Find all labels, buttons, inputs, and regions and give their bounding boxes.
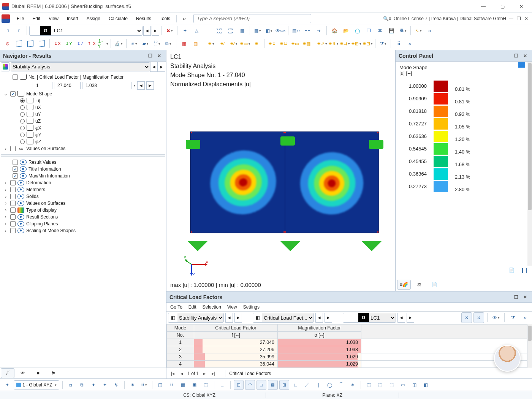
nav-analysis-select[interactable]: Stability Analysis: [11, 62, 150, 71]
tb2-axis-z-icon[interactable]: ↧Z: [75, 38, 86, 49]
menu-assign[interactable]: Assign: [83, 14, 104, 23]
menu-tools[interactable]: Tools: [156, 14, 174, 23]
sb-sn-tan-icon[interactable]: ⌒: [336, 380, 346, 390]
opt-vos[interactable]: ›Values on Surfaces: [1, 200, 165, 207]
table-row[interactable]: 1 27.040 1.038: [167, 339, 527, 346]
clf-table[interactable]: Mode Critical Load Factor Magnification …: [166, 324, 527, 368]
sb-s2-icon[interactable]: ⠿: [167, 380, 177, 390]
sb-sn2-icon[interactable]: ◠: [245, 380, 255, 390]
tb2-tool4-icon[interactable]: ✷⊞▾: [351, 38, 361, 49]
tb-support-icon[interactable]: △: [191, 25, 202, 36]
tp-overflow-icon[interactable]: ››: [520, 312, 530, 323]
tp-filter-icon[interactable]: ⧩: [508, 312, 518, 323]
tb-member-numbers-icon[interactable]: x.xxx.xx: [214, 25, 225, 36]
tb-home-model-icon[interactable]: 🏠: [329, 25, 340, 36]
tb2-load3-icon[interactable]: ✷▭: [290, 38, 300, 49]
tb2-load2-icon[interactable]: ✷⇊: [278, 38, 289, 49]
tp-menu-view[interactable]: View: [227, 304, 237, 310]
tb-script-icon[interactable]: ⌘: [375, 25, 385, 36]
tb2-tool3-icon[interactable]: ✷⇉▾: [339, 38, 350, 49]
viewport[interactable]: LC1 Stability Analysis Mode Shape No. 1 …: [166, 50, 395, 291]
tp-sync1-icon[interactable]: ⤭: [461, 312, 472, 323]
tb-current-object2-icon[interactable]: ⎍: [14, 25, 24, 36]
sb-sel2-icon[interactable]: ⬚: [375, 380, 385, 390]
search-input[interactable]: [193, 14, 311, 23]
inner-restore-button[interactable]: ❐: [516, 16, 521, 21]
sb-sn3-icon[interactable]: □: [256, 380, 266, 390]
tb2-load1-icon[interactable]: ✷↧: [267, 38, 277, 49]
tb-surface-numbers-icon[interactable]: x.xxx.xx: [225, 25, 236, 36]
sb-sn1-icon[interactable]: ⊡: [234, 380, 244, 390]
tp-eye-icon[interactable]: 👁▾: [491, 312, 501, 323]
tree-mode-next-button[interactable]: ►: [146, 81, 154, 90]
tb2-tool2-icon[interactable]: ✷↯▾: [328, 38, 339, 49]
app-menu-icon[interactable]: [2, 14, 10, 23]
ctrl-tab-scale-icon[interactable]: ⚖: [412, 280, 426, 290]
pg-first-button[interactable]: |◂: [169, 371, 176, 376]
sb-sn4-icon[interactable]: ⊠: [268, 380, 278, 390]
loadcase-selector[interactable]: G LC1: [29, 26, 142, 36]
tb2-new1-icon[interactable]: ✷▾: [206, 38, 216, 49]
sb-snap-star-icon[interactable]: ✷: [128, 380, 138, 390]
sb-ucs2-icon[interactable]: ⧉: [77, 380, 87, 390]
nav-tab-video-icon[interactable]: ■: [31, 368, 45, 378]
tb2-section-icon[interactable]: ⧉▾: [163, 38, 174, 49]
tp-sel3-next[interactable]: ►: [407, 313, 414, 323]
opt-solids[interactable]: ›Solids: [1, 193, 165, 200]
sb-cs-icon[interactable]: ✦: [2, 380, 12, 390]
tb2-axis-x-icon[interactable]: ↧X: [52, 38, 63, 49]
sb-sn-corner-icon[interactable]: ∟: [291, 380, 301, 390]
opt-title-info[interactable]: Title Information: [1, 166, 165, 173]
sb-snap-dots-icon[interactable]: ⠿▾: [139, 380, 149, 390]
sb-cs-select[interactable]: 1 - Global XYZ▾: [14, 380, 59, 390]
pg-next-button[interactable]: ▸: [202, 371, 207, 376]
control-panel-undock-button[interactable]: ❐: [512, 52, 520, 60]
table-panel-undock-button[interactable]: ❐: [512, 293, 520, 301]
tp-sync2-icon[interactable]: ⤮: [473, 312, 484, 323]
inner-minimize-button[interactable]: —: [508, 16, 514, 21]
window-maximize-button[interactable]: ▢: [494, 1, 511, 12]
sb-s4-icon[interactable]: ▣: [190, 380, 200, 390]
opt-clipping[interactable]: ›Clipping Planes: [1, 220, 165, 227]
tree-header-cb[interactable]: [13, 74, 18, 80]
tb2-tool1-icon[interactable]: ✷↗▾: [317, 38, 327, 49]
tb-block-blue-icon[interactable]: ❒: [363, 25, 374, 36]
tb2-cube3-icon[interactable]: [36, 38, 47, 49]
tb-isosurface-icon[interactable]: ◧▾: [264, 25, 274, 36]
tb2-new5-icon[interactable]: ✷: [251, 38, 262, 49]
tree-comp-uz[interactable]: uZ: [1, 118, 165, 125]
menu-more-icon[interactable]: ››: [179, 14, 190, 23]
table-row[interactable]: 3 35.999 1.029: [167, 353, 527, 361]
sb-sel1-icon[interactable]: ⬚: [364, 380, 374, 390]
sb-ucs5-icon[interactable]: ↯: [111, 380, 121, 390]
loadcase-next-button[interactable]: ►: [152, 26, 159, 36]
opt-sections[interactable]: ›Result Sections: [1, 214, 165, 220]
ctrl-tab-legend-icon[interactable]: ≡🌈: [397, 280, 411, 290]
tb2-mesh-orange-icon[interactable]: ▥: [190, 38, 201, 49]
menu-edit[interactable]: Edit: [28, 14, 44, 23]
sb-s5-icon[interactable]: ⬚: [201, 380, 211, 390]
tb2-mesh-red-icon[interactable]: ▦: [179, 38, 189, 49]
opt-scaling[interactable]: ›Scaling of Mode Shapes: [1, 227, 165, 234]
tree-comp-phiz[interactable]: φZ: [1, 138, 165, 145]
tb-eye-results-icon[interactable]: 👁x.xx: [275, 25, 286, 36]
sb-sn-circ-icon[interactable]: ◯: [325, 380, 335, 390]
sb-sn-line-icon[interactable]: ／: [302, 380, 312, 390]
nav-tab-flag-icon[interactable]: ⚑: [46, 368, 60, 378]
opt-members[interactable]: ›Members: [1, 186, 165, 193]
tp-sel-table[interactable]: ◧ Critical Load Fact...: [253, 313, 314, 323]
tb2-tool5-icon[interactable]: ✷⊡▾: [362, 38, 373, 49]
sb-sel3-icon[interactable]: ⬚: [387, 380, 397, 390]
tp-menu-settings[interactable]: Settings: [243, 304, 260, 310]
tp-sel-analysis[interactable]: ◧ Stability Analysis: [168, 313, 224, 323]
table-row[interactable]: 2 27.206 1.038: [167, 346, 527, 353]
navigator-tree[interactable]: No. | Critical Load Factor | Magnificati…: [0, 72, 166, 367]
tb-open-folder-icon[interactable]: 📂: [340, 25, 351, 36]
tb2-overflow-icon[interactable]: ››: [405, 38, 415, 49]
control-panel-close-button[interactable]: ✕: [521, 52, 529, 60]
tp-sel2-prev[interactable]: ◄: [315, 313, 323, 323]
tree-mode-prev-button[interactable]: ◄: [137, 81, 145, 90]
sb-ucs3-icon[interactable]: ✦: [89, 380, 98, 390]
sb-sn-dline-icon[interactable]: ∥: [314, 380, 323, 390]
sb-sn-centre-icon[interactable]: ✶: [348, 380, 358, 390]
